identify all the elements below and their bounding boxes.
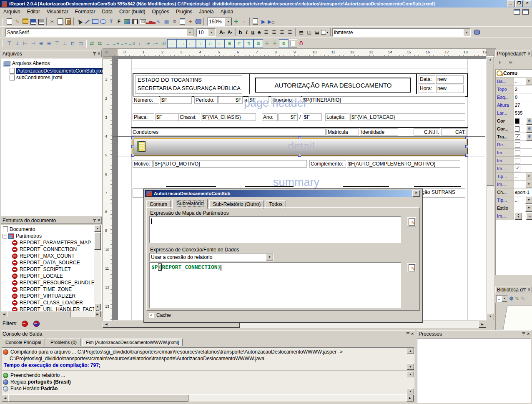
chevron-down-icon[interactable]: ▼ bbox=[525, 173, 532, 180]
valign-top-icon[interactable]: ⬒ bbox=[297, 28, 305, 36]
property-row[interactable]: Tip......▼ bbox=[496, 196, 532, 204]
property-row[interactable]: Im... bbox=[496, 157, 532, 165]
category-view-icon[interactable]: ⊦ bbox=[496, 58, 504, 66]
line-tool-icon[interactable] bbox=[83, 18, 91, 25]
ellipsis-button[interactable]: … bbox=[526, 213, 532, 220]
chevron-down-icon[interactable]: ▼ bbox=[502, 296, 507, 302]
toolbar-grip[interactable] bbox=[2, 18, 4, 25]
parameter-item[interactable]: REPORT_CLASS_LOADER bbox=[11, 299, 101, 306]
zoom-combo[interactable]: 150%▼ bbox=[207, 18, 232, 26]
tab-problems[interactable]: Problems (0) bbox=[47, 339, 80, 346]
chevron-down-icon[interactable]: ▼ bbox=[525, 181, 532, 188]
scrollbar-thumb[interactable] bbox=[487, 64, 494, 186]
pin-icon[interactable] bbox=[523, 52, 527, 55]
matricula-label[interactable]: Matricula bbox=[326, 128, 359, 136]
scroll-up-icon[interactable]: ▲ bbox=[487, 56, 494, 63]
fit-height-minus-icon[interactable]: ↕₊ bbox=[215, 39, 225, 48]
parameters-node[interactable]: − Parâmetros bbox=[1, 233, 101, 239]
center-horizontally-icon[interactable]: ⇄ bbox=[234, 39, 244, 48]
lotacao-label[interactable]: Lotação: bbox=[325, 113, 349, 121]
property-row[interactable]: Esq...0 bbox=[496, 93, 532, 101]
structure-vertical-scrollbar[interactable]: ▲ ▼ bbox=[94, 225, 101, 310]
menu-data[interactable]: Data bbox=[99, 8, 116, 16]
motivo-label[interactable]: Motivo: bbox=[133, 160, 153, 168]
footer-box-fragment[interactable] bbox=[133, 188, 143, 198]
same-height-zero-icon[interactable]: ↕0 bbox=[159, 40, 167, 48]
library-content[interactable] bbox=[495, 303, 532, 330]
wizard-icon[interactable]: ✎ bbox=[13, 18, 21, 25]
scrollbar-thumb[interactable] bbox=[8, 395, 188, 401]
selection-handle[interactable] bbox=[131, 136, 134, 139]
toolbar-grip[interactable] bbox=[2, 40, 4, 47]
connection-type-combo[interactable]: Usar a conexão do relatorio▼ bbox=[149, 253, 274, 261]
menu-plugins[interactable]: Plugins bbox=[173, 8, 196, 16]
scroll-down-icon[interactable]: ▼ bbox=[407, 388, 414, 394]
scroll-left-icon[interactable]: ◀ bbox=[2, 395, 9, 401]
close-icon[interactable]: × bbox=[528, 288, 530, 291]
valign-middle-icon[interactable]: ◫ bbox=[305, 28, 313, 36]
property-row[interactable]: Re... bbox=[496, 141, 532, 149]
align-vertical-center-icon[interactable]: ⊕ bbox=[37, 40, 45, 48]
menu-ajuda[interactable]: Ajuda bbox=[217, 8, 237, 16]
same-height-plus-icon[interactable]: ↕+ bbox=[143, 40, 151, 48]
title-bar[interactable]: iReport 2.0.4 [AutorizacaoDeslocamentoCo… bbox=[0, 0, 532, 8]
save-icon[interactable] bbox=[29, 18, 37, 25]
center-vertically-icon[interactable]: ⇅ bbox=[244, 39, 253, 48]
text-field-tool-icon[interactable]: F bbox=[115, 18, 123, 25]
library-add-icon[interactable]: ❋ bbox=[509, 296, 514, 301]
sutrans-label-fragment[interactable]: ção SUTRANS bbox=[421, 188, 465, 198]
ano-fabricacao-field[interactable]: $F bbox=[279, 113, 298, 121]
motivo-field[interactable]: $F{AUTO_MOTIVO} bbox=[153, 160, 307, 168]
organize-as-table-icon[interactable]: ⊠ bbox=[279, 39, 289, 48]
static-text-tool-icon[interactable]: T bbox=[107, 18, 115, 25]
toolbar-grip[interactable] bbox=[2, 29, 4, 36]
close-icon[interactable]: × bbox=[98, 52, 100, 55]
menu-opcoes[interactable]: Opções bbox=[149, 8, 173, 16]
align-band-top-icon[interactable]: ⊤ bbox=[53, 40, 61, 48]
align-text-justify-icon[interactable]: ☰ bbox=[286, 28, 294, 36]
connection-icon[interactable] bbox=[473, 28, 481, 36]
increase-font-icon[interactable]: A▴ bbox=[218, 28, 226, 36]
chevron-down-icon[interactable]: ▼ bbox=[463, 29, 470, 36]
new-document-icon[interactable] bbox=[5, 18, 13, 25]
close-icon[interactable]: × bbox=[98, 218, 100, 222]
run-report-datasource-icon[interactable]: ▶▢ bbox=[267, 18, 275, 25]
minimize-button[interactable]: _ bbox=[507, 0, 514, 7]
scroll-up-icon[interactable]: ▲ bbox=[407, 371, 414, 377]
parameter-item[interactable]: REPORT_SCRIPTLET bbox=[11, 266, 101, 273]
same-height-icon[interactable]: ↕ bbox=[136, 40, 143, 48]
checkbox[interactable] bbox=[515, 158, 520, 163]
chevron-down-icon[interactable]: ▼ bbox=[525, 78, 532, 85]
periodo-field[interactable]: $F bbox=[218, 96, 243, 104]
fit-width-minus-icon[interactable]: ↔₋ bbox=[186, 39, 196, 48]
parameter-item[interactable]: REPORT_PARAMETERS_MAP bbox=[11, 239, 101, 246]
pin-icon[interactable] bbox=[406, 332, 410, 336]
same-width-plus-icon[interactable]: ↔+ bbox=[112, 40, 120, 48]
property-row[interactable]: Im...✓ bbox=[496, 165, 532, 173]
parameter-item[interactable]: REPORT_DATA_SOURCE bbox=[11, 259, 101, 266]
same-size-icon[interactable]: ⊞ bbox=[225, 39, 234, 48]
identidade-label[interactable]: Identidade bbox=[360, 128, 398, 136]
numero-field[interactable]: $F bbox=[160, 96, 192, 104]
org-static-text[interactable]: ESTADO DO TOCANTINS SECRETARIA DA SEGURA… bbox=[135, 75, 242, 94]
selection-handle[interactable] bbox=[465, 136, 468, 139]
files-root-node[interactable]: Arquivos Abertos bbox=[3, 60, 101, 67]
property-row[interactable]: Tip......▼ bbox=[496, 173, 532, 181]
parameter-item[interactable]: REPORT_RESOURCE_BUNDLE bbox=[11, 279, 101, 286]
italic-button[interactable]: i bbox=[243, 28, 250, 36]
scroll-down-icon[interactable]: ▼ bbox=[407, 364, 414, 370]
chevron-down-icon[interactable]: ▼ bbox=[525, 197, 532, 204]
chassi-field[interactable]: $F{VIA_CHASIS} bbox=[201, 113, 256, 121]
data-value-field[interactable]: new bbox=[436, 75, 464, 84]
format-tool-icon[interactable]: ✦ bbox=[186, 18, 194, 25]
selection-handle[interactable] bbox=[131, 154, 134, 157]
scrollbar-thumb[interactable] bbox=[94, 232, 101, 250]
fit-height-icon[interactable]: ↕ bbox=[196, 39, 206, 48]
numero-label[interactable]: Número: bbox=[133, 96, 159, 104]
menu-editar[interactable]: Editar bbox=[24, 8, 43, 16]
sorted-view-icon[interactable]: ≣ bbox=[507, 58, 514, 66]
property-row[interactable]: Estilo▼ bbox=[496, 204, 532, 212]
console-horizontal-scrollbar[interactable]: ◀ ▶ bbox=[2, 395, 414, 401]
filter-parameters-icon[interactable] bbox=[22, 321, 28, 327]
bold-button[interactable]: b bbox=[237, 28, 243, 36]
